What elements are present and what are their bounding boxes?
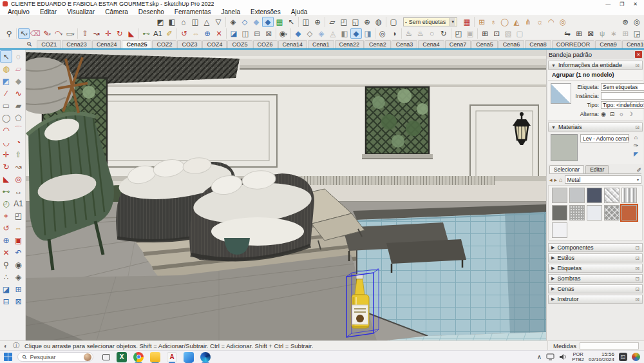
instancia-field[interactable] — [603, 92, 644, 100]
material-swatch-1[interactable] — [552, 188, 567, 203]
hidden-icons-chevron[interactable]: ∧ — [537, 353, 542, 360]
section-pin-icon[interactable]: ⊡ — [635, 297, 639, 302]
menu-extensões[interactable]: Extensões — [245, 8, 286, 15]
line-tool-caret[interactable]: ▾ — [49, 32, 51, 36]
box-select-icon[interactable]: ▢ — [388, 17, 399, 27]
material-swatch-10[interactable] — [621, 205, 637, 221]
scene-tab-cena5[interactable]: Cena5 — [471, 40, 498, 48]
back-arrow-icon[interactable]: ◂ — [549, 177, 553, 183]
two-point-arc-tool-icon[interactable]: ⌒ — [12, 124, 24, 136]
freehand-tool-icon[interactable]: ∿ — [12, 87, 24, 99]
scene-tab-cena7[interactable]: Cena7 — [445, 40, 471, 48]
material-swatch-2[interactable] — [569, 188, 585, 203]
task-view-icon[interactable] — [102, 354, 110, 360]
window-new-icon[interactable]: ⊞ — [479, 28, 491, 39]
box-rotate-icon[interactable]: ⊠ — [585, 28, 596, 39]
wireframe-style-icon[interactable]: ◇ — [239, 17, 251, 27]
scene-tab-coz3[interactable]: COZ3 — [177, 40, 202, 48]
material-collection-select[interactable]: Metal ▾ — [565, 175, 642, 184]
presentation-screen-icon[interactable]: ▣ — [464, 28, 476, 39]
section-cuts-tool-icon[interactable]: ⊟ — [0, 295, 12, 308]
tray-section-componentes[interactable]: ▶Componentes⊡ — [548, 243, 643, 252]
section-pin-icon[interactable]: ⊡ — [635, 276, 639, 282]
scene-tab-cena24[interactable]: Cena24 — [92, 40, 122, 48]
eraser-tool-icon[interactable]: ▱ — [12, 63, 24, 75]
section-cuts-icon[interactable]: ⊟ — [251, 28, 263, 39]
select-tool-caret[interactable]: ▾ — [26, 32, 28, 36]
top-view-icon[interactable]: ◫ — [189, 17, 201, 27]
position-camera-tool-icon[interactable]: ⚲ — [0, 259, 12, 271]
zoom-search-icon[interactable]: ⚲ — [3, 28, 15, 39]
scene-tab-coz1[interactable]: COZ1 — [37, 40, 61, 48]
minimize-button[interactable]: — — [605, 1, 611, 7]
section-fill-icon[interactable]: ⊠ — [263, 28, 274, 39]
material-name-field[interactable]: Lev - Adorno ceramica cinza — [580, 134, 629, 142]
hiddenline-face-icon[interactable]: ◬ — [327, 28, 339, 39]
push-pull-tool-icon[interactable]: ⇧ — [79, 28, 91, 39]
scene-tab-coz5[interactable]: COZ5 — [227, 40, 252, 48]
back-view-icon[interactable]: ▽ — [213, 17, 224, 27]
paint-tools-icon[interactable]: ✑ — [634, 142, 639, 149]
rotate-tool-icon[interactable]: ↻ — [114, 28, 126, 39]
pan-tool-icon[interactable]: ⇔ — [190, 28, 202, 39]
layers-table-icon[interactable]: ▦ — [461, 17, 473, 27]
three-point-arc-tool-icon[interactable]: ◡ — [0, 136, 12, 148]
section-plane-tool-icon[interactable]: ◪ — [0, 283, 12, 295]
forward-arrow-icon[interactable]: ▸ — [554, 177, 558, 183]
menu-ajuda[interactable]: Ajuda — [286, 8, 313, 15]
leaf-icon[interactable]: ∗ — [608, 28, 620, 39]
etiqueta-select[interactable]: Sem etiquetas ▾ — [601, 83, 644, 91]
arc-tool-icon[interactable]: ◠▾ — [53, 28, 64, 39]
avatar-tool-caret[interactable]: ▾ — [285, 32, 287, 36]
material-swatch-3[interactable] — [587, 188, 602, 203]
lock-toggle[interactable]: ⊡ — [610, 111, 615, 117]
material-swatch-4[interactable] — [604, 188, 620, 203]
mesh-box-tool-icon[interactable]: ◩ — [0, 75, 12, 87]
scene-tab-coz2[interactable]: COZ2 — [152, 40, 176, 48]
section-collapse-arrow[interactable]: ▶ — [551, 276, 554, 281]
materials-header[interactable]: ▼ Materiais ⊡ — [548, 123, 643, 132]
move-tool-icon[interactable]: ✛ — [0, 148, 12, 161]
refresh-icon[interactable]: ↻ — [438, 28, 450, 39]
orbit-tool-icon[interactable]: ↺ — [0, 222, 12, 234]
help-icon[interactable]: ⓘ — [13, 341, 19, 350]
section-collapse-arrow[interactable]: ▶ — [551, 255, 554, 260]
material-swatch-9[interactable] — [604, 205, 620, 221]
windows-start-icon[interactable] — [4, 353, 12, 361]
scene-tab-cena3[interactable]: Cena3 — [392, 40, 418, 48]
zoom-tool-icon[interactable]: ⊕ — [202, 28, 213, 39]
backedge-face-icon[interactable]: ◨ — [362, 28, 374, 39]
front-view-icon[interactable]: △ — [201, 17, 213, 27]
tray-section-sombras[interactable]: ▶Sombras⊡ — [548, 274, 643, 283]
tray-section-cenas[interactable]: ▶Cenas⊡ — [548, 284, 643, 293]
iso-view-icon[interactable]: ◩ — [155, 17, 166, 27]
side-view-icon[interactable]: ◧ — [166, 17, 178, 27]
select-tool-icon[interactable]: ↖ — [0, 50, 12, 63]
excel-icon[interactable]: X — [117, 352, 127, 362]
text-tool-icon[interactable]: A1 — [12, 197, 24, 210]
move-tool-icon[interactable]: ✛ — [102, 28, 114, 39]
entity-pin-icon[interactable]: ⊡ — [635, 63, 639, 68]
grid-icon[interactable]: ⊞ — [620, 28, 631, 39]
lasso-tool-icon[interactable]: ◌ — [12, 50, 24, 63]
window-lock-icon[interactable]: ▢ — [514, 28, 526, 39]
menu-arquivo[interactable]: Arquivo — [3, 8, 35, 15]
textured-face-icon[interactable]: ◆ — [350, 28, 362, 39]
menu-visualizar[interactable]: Visualizar — [62, 8, 100, 15]
section-fill-tool-icon[interactable]: ⊠ — [12, 295, 24, 308]
previous-view-tool-icon[interactable]: ↶ — [12, 246, 24, 259]
visibility-toggle[interactable]: ◉ — [601, 111, 606, 117]
line-tool-icon[interactable]: ∕ — [0, 87, 12, 99]
menu-câmera[interactable]: Câmera — [100, 8, 133, 15]
zoom-extents-tool-icon[interactable]: ✕ — [213, 28, 225, 39]
scene-tab-cena6[interactable]: Cena6 — [498, 40, 525, 48]
polygon-tool-icon[interactable]: ⬠ — [12, 112, 24, 124]
tape-measure-tool-icon[interactable]: ⊷ — [0, 185, 12, 197]
shaded-style-icon[interactable]: ◆ — [262, 17, 274, 27]
offset-tool-icon[interactable]: ◎ — [12, 173, 24, 185]
swirl-icon[interactable]: ◌ — [426, 28, 438, 39]
box-add-icon[interactable]: ⊞ — [573, 28, 585, 39]
component-swap-icon[interactable]: ⊛ — [620, 17, 631, 27]
maximize-button[interactable]: ❐ — [620, 1, 624, 7]
tray-section-estilos[interactable]: ▶Estilos⊡ — [548, 253, 643, 262]
